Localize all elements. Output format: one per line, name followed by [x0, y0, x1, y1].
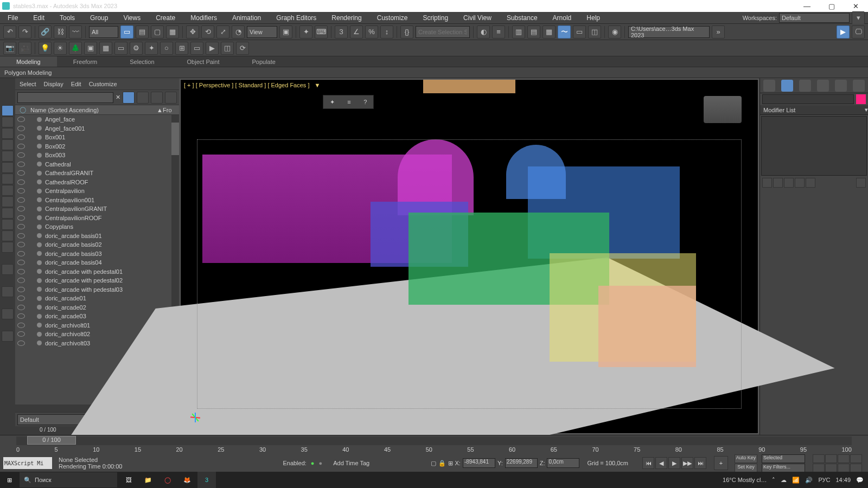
- scene-menu-display[interactable]: Display: [44, 81, 63, 87]
- selection-filter-dropdown[interactable]: All: [89, 26, 118, 38]
- scene-item[interactable]: Angel_face001: [15, 124, 179, 133]
- visibility-icon[interactable]: [17, 206, 25, 211]
- maximize-viewport-button[interactable]: [850, 464, 862, 472]
- scene-item[interactable]: Centralpavilion001: [15, 196, 179, 205]
- scene-item[interactable]: doric_arcade with pedestal02: [15, 276, 179, 285]
- menu-arnold[interactable]: Arnold: [545, 12, 579, 23]
- configure-modifier-button[interactable]: [806, 178, 815, 188]
- ribbon-tab-modeling[interactable]: Modeling: [0, 56, 57, 67]
- goto-start-button[interactable]: ⏮: [642, 457, 654, 469]
- material-editor-button[interactable]: ◉: [608, 25, 621, 38]
- isolate-icon[interactable]: ▢: [431, 460, 436, 467]
- menu-file[interactable]: File: [0, 12, 25, 23]
- frozen-icon[interactable]: [27, 305, 35, 310]
- viewport1-button[interactable]: ▭: [190, 42, 203, 55]
- display-all-icon[interactable]: [2, 105, 14, 116]
- frozen-icon[interactable]: [27, 278, 35, 283]
- goto-end-button[interactable]: ⏭: [694, 457, 706, 469]
- tray-chevron-icon[interactable]: ˄: [772, 477, 775, 484]
- refcoord-dropdown[interactable]: View: [247, 26, 277, 38]
- visibility-icon[interactable]: [17, 260, 25, 265]
- scene-item[interactable]: doric_arcade with pedestal03: [15, 285, 179, 294]
- menu-help[interactable]: Help: [579, 12, 608, 23]
- frozen-icon[interactable]: [27, 313, 35, 319]
- rect-region-button[interactable]: ▢: [151, 25, 164, 38]
- frozen-icon[interactable]: [27, 126, 35, 131]
- zoom-extents-button[interactable]: [838, 454, 850, 463]
- create-camera-button[interactable]: 📷: [3, 42, 16, 55]
- particle-button[interactable]: ✦: [145, 42, 158, 55]
- display-helpers-icon[interactable]: [2, 162, 14, 173]
- display-xrefs-icon[interactable]: [2, 196, 14, 207]
- zoom-all-button[interactable]: [825, 454, 837, 463]
- display-containers-icon[interactable]: [2, 219, 14, 230]
- shading-icon[interactable]: ✦: [330, 99, 335, 106]
- spinner-snap-button[interactable]: ↕: [380, 25, 393, 38]
- maximize-button[interactable]: ▢: [819, 0, 844, 12]
- lock-icon[interactable]: [2, 331, 14, 342]
- frozen-icon[interactable]: [27, 206, 35, 211]
- scene-item[interactable]: CathedralROOF: [15, 178, 179, 187]
- visibility-icon[interactable]: [17, 134, 25, 140]
- filter-icon[interactable]: [2, 309, 14, 319]
- scene-item[interactable]: doric_arcade basis04: [15, 258, 179, 267]
- filter-icon[interactable]: ▼: [315, 82, 321, 88]
- frozen-icon[interactable]: [27, 260, 35, 265]
- add-time-tag-button[interactable]: Add Time Tag: [333, 460, 369, 466]
- visibility-icon[interactable]: [17, 152, 25, 158]
- visibility-icon[interactable]: [17, 323, 25, 328]
- play-button[interactable]: ▶: [668, 457, 680, 469]
- object-name-input[interactable]: [762, 94, 854, 104]
- helper-button[interactable]: ○: [160, 42, 173, 55]
- help-icon[interactable]: ?: [363, 99, 367, 105]
- visibility-icon[interactable]: [17, 296, 25, 301]
- absolute-mode-icon[interactable]: ⊞: [448, 460, 453, 467]
- expand-button[interactable]: [151, 92, 163, 104]
- viewport4-button[interactable]: ⟳: [236, 42, 249, 55]
- rotate-button[interactable]: ⟲: [201, 25, 214, 38]
- visibility-icon[interactable]: [17, 188, 25, 194]
- taskbar-app-opera[interactable]: ◯: [158, 472, 177, 488]
- frozen-icon[interactable]: [27, 287, 35, 292]
- modifier-list-dropdown[interactable]: Modifier List▾: [760, 105, 868, 115]
- viewport3-button[interactable]: ◫: [221, 42, 234, 55]
- column-name-header[interactable]: Name (Sorted Ascending): [30, 107, 157, 113]
- time-slider[interactable]: 0 / 100: [16, 436, 852, 445]
- make-unique-button[interactable]: [784, 178, 794, 188]
- mirror-button[interactable]: ◐: [477, 25, 490, 38]
- menu-civilview[interactable]: Civil View: [456, 12, 499, 23]
- visibility-icon[interactable]: [17, 331, 25, 337]
- visibility-icon[interactable]: [17, 278, 25, 283]
- taskbar-app-folder[interactable]: 📁: [139, 472, 157, 488]
- render-setup-button[interactable]: »: [712, 25, 725, 38]
- setkey-button[interactable]: Set Key: [735, 464, 757, 472]
- ribbon-tab-freeform[interactable]: Freeform: [57, 56, 114, 67]
- prev-frame-button[interactable]: ◀: [655, 457, 667, 469]
- display-cameras-icon[interactable]: [2, 151, 14, 162]
- render-frame-button[interactable]: ▶: [837, 25, 850, 38]
- view-options-icon[interactable]: [2, 264, 14, 275]
- ribbon-tab-selection[interactable]: Selection: [113, 56, 170, 67]
- select-by-name-button[interactable]: ▤: [136, 25, 149, 38]
- create-light-button[interactable]: 💡: [39, 42, 52, 55]
- menu-animation[interactable]: Animation: [225, 12, 269, 23]
- create-camera-target-button[interactable]: 🎥: [18, 42, 31, 55]
- scene-item[interactable]: doric_arcade basis02: [15, 240, 179, 249]
- move-button[interactable]: ✥: [186, 25, 199, 38]
- set-key-big-button[interactable]: +: [714, 456, 728, 470]
- angle-snap-button[interactable]: ∠: [350, 25, 363, 38]
- viewcube[interactable]: [704, 96, 742, 123]
- menu-create[interactable]: Create: [148, 12, 183, 23]
- link-button[interactable]: 🔗: [39, 25, 52, 38]
- scene-item[interactable]: CentralpavilionROOF: [15, 214, 179, 223]
- scale-button[interactable]: ⤢: [216, 25, 229, 38]
- frozen-icon[interactable]: [27, 117, 35, 122]
- visibility-icon[interactable]: [17, 170, 25, 176]
- edit-named-selection-button[interactable]: {}: [400, 25, 413, 38]
- sync-selection-icon[interactable]: [2, 286, 14, 297]
- bone-button[interactable]: ⊞: [175, 42, 188, 55]
- window-crossing-button[interactable]: ▦: [166, 25, 179, 38]
- frozen-icon[interactable]: [27, 170, 35, 176]
- taskbar-search[interactable]: 🔍 Поиск: [20, 472, 117, 487]
- viewport-label[interactable]: [ + ] [ Perspective ] [ Standard ] [ Edg…: [184, 82, 320, 88]
